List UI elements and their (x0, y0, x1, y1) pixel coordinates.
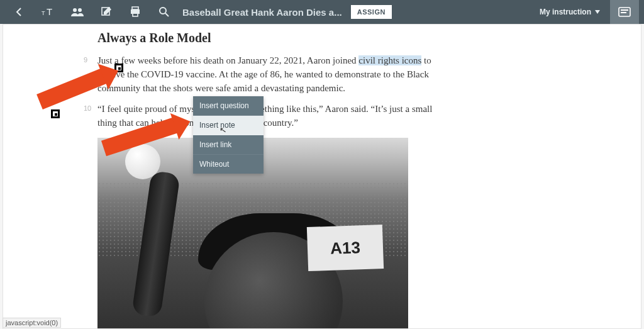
my-instruction-label: My instruction (540, 8, 591, 16)
svg-point-8 (160, 8, 166, 14)
article-content: Always a Role Model 9 Just a few weeks b… (97, 31, 450, 329)
paragraph-number: 9 (84, 55, 87, 65)
my-instruction-dropdown[interactable]: My instruction (532, 8, 608, 16)
svg-rect-6 (131, 9, 140, 14)
menu-whiteout[interactable]: Whiteout (193, 155, 264, 174)
chevron-down-icon (595, 10, 600, 14)
status-bar-link: javascript:void(0) (3, 318, 61, 328)
print-icon[interactable] (121, 0, 150, 24)
assign-button[interactable]: ASSIGN (351, 5, 392, 19)
paragraph-9[interactable]: 9 Just a few weeks before his death on J… (97, 54, 450, 95)
edit-icon[interactable] (92, 0, 121, 24)
svg-point-3 (78, 8, 82, 12)
svg-rect-10 (621, 9, 628, 11)
paragraph-number: 10 (84, 104, 91, 114)
paragraph-text-pre: Just a few weeks before his death on Jan… (97, 55, 358, 65)
svg-rect-5 (132, 7, 138, 9)
document-page: Always a Role Model 9 Just a few weeks b… (3, 24, 641, 329)
text-size-icon[interactable]: TT (34, 0, 63, 24)
top-toolbar: TT Baseball Great Hank Aaron Dies a... A… (0, 0, 644, 24)
document-title: Baseball Great Hank Aaron Dies a... (182, 7, 342, 18)
paragraph-text: “I feel quite proud of myself for doing … (97, 104, 432, 128)
menu-insert-link[interactable]: Insert link (193, 135, 264, 155)
svg-rect-11 (621, 12, 626, 13)
section-heading: Always a Role Model (97, 31, 450, 45)
menu-insert-note[interactable]: Insert note (193, 116, 264, 135)
svg-point-2 (73, 8, 77, 12)
back-icon[interactable] (5, 0, 34, 24)
annotation-marker[interactable] (51, 109, 60, 118)
menu-insert-question[interactable]: Insert question (193, 96, 264, 116)
search-icon[interactable] (150, 0, 179, 24)
highlighted-text[interactable]: civil rights icons (358, 55, 421, 65)
people-icon[interactable] (63, 0, 92, 24)
notes-panel-icon[interactable] (610, 0, 639, 24)
context-menu: Insert question Insert note Insert link … (193, 96, 264, 174)
svg-text:T: T (42, 10, 45, 16)
sign-text: A13 (307, 225, 384, 271)
svg-text:T: T (47, 7, 52, 17)
